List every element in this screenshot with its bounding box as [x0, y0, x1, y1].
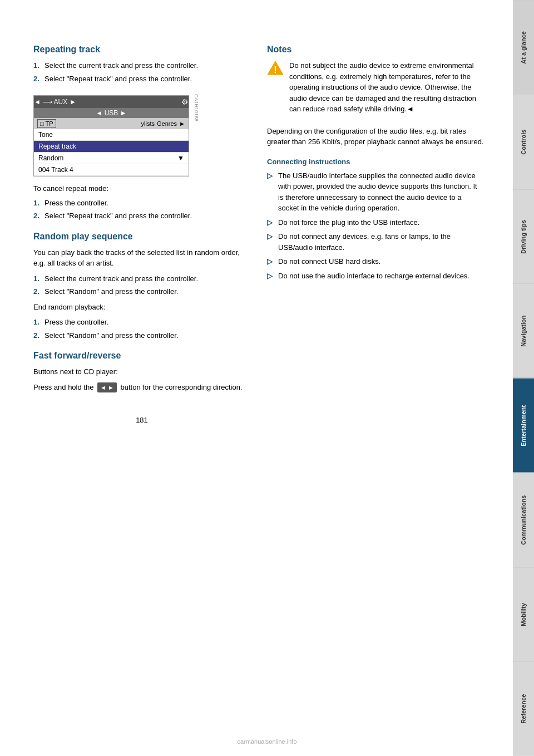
extra-note: Depending on the configuration of the au… [267, 126, 484, 148]
page-number-area: 181 [33, 415, 250, 426]
cancel-step-2: 2. Select "Repeat track" and press the c… [33, 210, 250, 222]
connecting-title: Connecting instructions [267, 158, 484, 166]
repeating-track-steps: 1. Select the current track and press th… [33, 60, 250, 84]
aux-menu: Tone Repeat track Random▼ 004 Track 4 [34, 129, 189, 176]
aux-subheader: ◄ USB ► [34, 108, 189, 118]
buttons-text: Buttons next to CD player: [33, 366, 250, 377]
sidebar-tab-entertainment[interactable]: Entertainment [513, 378, 534, 473]
sidebar-tab-at-a-glance[interactable]: At a glance [513, 0, 534, 95]
press-text: Press and hold the ◄ ► button for the co… [33, 382, 250, 393]
random-play-steps: 1. Select the current track and press th… [33, 273, 250, 297]
menu-repeat-track: Repeat track [34, 141, 189, 153]
random-step-2: 2. Select "Random" and press the control… [33, 286, 250, 297]
fwd-button: ◄ ► [97, 382, 117, 393]
svg-text:!: ! [274, 65, 276, 75]
bullet-3: ▷ Do not connect any devices, e.g. fans … [267, 231, 484, 253]
random-play-title: Random play sequence [33, 232, 250, 242]
sidebar-tab-navigation[interactable]: Navigation [513, 283, 534, 378]
sidebar-tab-mobility[interactable]: Mobility [513, 567, 534, 662]
menu-tone: Tone [34, 129, 189, 141]
bullet-1: ▷ The USB/audio interface supplies the c… [267, 170, 484, 214]
aux-header: ◄⟶ AUX► ⚙ [34, 96, 189, 108]
fast-forward-title: Fast forward/reverse [33, 351, 250, 361]
bullet-4: ▷ Do not connect USB hard disks. [267, 256, 484, 267]
sidebar-tab-communications[interactable]: Communications [513, 473, 534, 567]
sidebar-tab-reference[interactable]: Reference [513, 661, 534, 756]
warning-text: Do not subject the audio device to extre… [289, 60, 484, 115]
end-step-2: 2. Select "Random" and press the control… [33, 330, 250, 341]
sidebar-tab-driving-tips[interactable]: Driving tips [513, 189, 534, 284]
random-step-1: 1. Select the current track and press th… [33, 273, 250, 284]
random-play-intro: You can play back the tracks of the sele… [33, 247, 250, 269]
sidebar: At a glance Controls Driving tips Naviga… [513, 0, 534, 756]
nav-ylists: ylists [141, 120, 155, 127]
bullet-arrow-2: ▷ [267, 217, 275, 228]
bullet-2: ▷ Do not force the plug into the USB int… [267, 217, 484, 228]
step-2: 2. Select "Repeat track" and press the c… [33, 73, 250, 85]
bullet-arrow-4: ▷ [267, 256, 275, 267]
aux-nav: □ TP ylists Genres ► [34, 118, 189, 129]
notes-title: Notes [267, 45, 484, 55]
page-number: 181 [33, 415, 250, 426]
image-caption: CA1H10168 [194, 94, 199, 121]
bullet-5: ▷ Do not use the audio interface to rech… [267, 271, 484, 282]
step-1: 1. Select the current track and press th… [33, 60, 250, 71]
connecting-bullets: ▷ The USB/audio interface supplies the c… [267, 170, 484, 282]
end-step-1: 1. Press the controller. [33, 317, 250, 328]
warning-icon: ! [267, 60, 284, 76]
bullet-arrow-5: ▷ [267, 271, 275, 282]
nav-genres: Genres [157, 120, 177, 127]
warning-box: ! Do not subject the audio device to ext… [267, 60, 484, 119]
end-text: End random playback: [33, 302, 250, 313]
cancel-step-1: 1. Press the controller. [33, 198, 250, 209]
tp-box: □ TP [37, 119, 56, 128]
menu-track-4: 004 Track 4 [34, 164, 189, 176]
bullet-arrow-1: ▷ [267, 170, 275, 214]
cancel-text: To cancel repeat mode: [33, 183, 250, 194]
warning-icon-wrapper: ! [267, 60, 284, 77]
sidebar-tab-controls[interactable]: Controls [513, 95, 534, 189]
nav-arrow: ► [179, 120, 185, 127]
aux-display: ◄⟶ AUX► ⚙ ◄ USB ► □ TP ylists Genres ► [33, 89, 189, 183]
menu-random: Random▼ [34, 153, 189, 164]
watermark: carmanualsonline.info [237, 738, 296, 745]
bullet-arrow-3: ▷ [267, 231, 275, 253]
end-steps: 1. Press the controller. 2. Select "Rand… [33, 317, 250, 341]
repeating-track-title: Repeating track [33, 45, 250, 55]
cancel-steps: 1. Press the controller. 2. Select "Repe… [33, 198, 250, 222]
